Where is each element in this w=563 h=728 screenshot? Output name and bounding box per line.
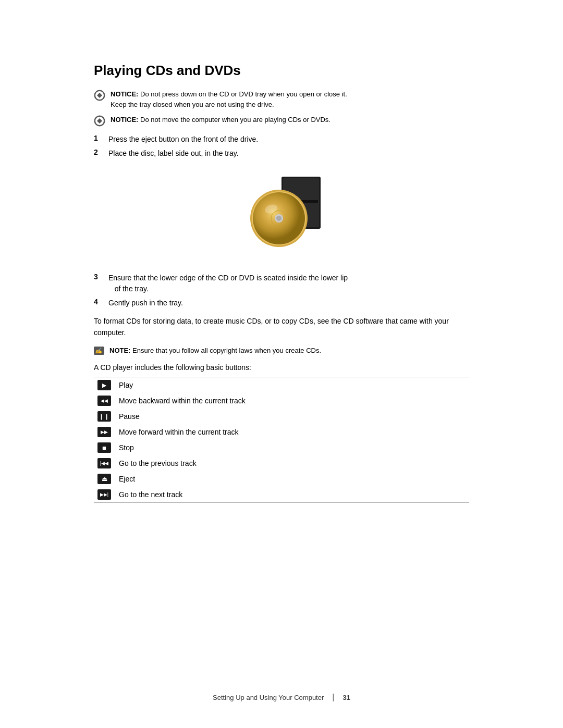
notice-block-2: NOTICE: Do not move the computer when yo… [94, 115, 469, 127]
notice-bold-1: NOTICE: [111, 90, 138, 98]
btn-label-prev: Go to the previous track [117, 455, 469, 471]
btn-icon-cell-stop: ■ [94, 440, 117, 455]
step-item-1: 1 Press the eject button on the front of… [94, 134, 469, 145]
buttons-table-body: ▶ Play ◀◀ Move backward within the curre… [94, 377, 469, 503]
footer-page-number: 31 [342, 694, 350, 701]
rewind-icon: ◀◀ [97, 396, 111, 406]
note-block: ✍ NOTE: Ensure that you follow all copyr… [94, 346, 469, 356]
footer-separator: | [332, 693, 334, 702]
pause-icon: ❙❙ [97, 411, 111, 422]
notice-icon-2 [94, 115, 105, 127]
note-bold: NOTE: [109, 347, 130, 354]
step-item-2: 2 Place the disc, label side out, in the… [94, 148, 469, 159]
btn-label-rewind: Move backward within the current track [117, 393, 469, 409]
btn-icon-cell-pause: ❙❙ [94, 409, 117, 424]
table-row: ▶ Play [94, 377, 469, 393]
step-text-4: Gently push in the tray. [108, 298, 183, 309]
btn-label-stop: Stop [117, 440, 469, 455]
play-icon: ▶ [97, 380, 111, 390]
cd-format-paragraph: To format CDs for storing data, to creat… [94, 316, 469, 338]
btn-label-eject: Eject [117, 471, 469, 487]
step-item-3: 3 Ensure that the lower edge of the CD o… [94, 273, 469, 294]
table-row: |◀◀ Go to the previous track [94, 455, 469, 471]
btn-label-ff: Move forward within the current track [117, 424, 469, 440]
steps-list: 1 Press the eject button on the front of… [94, 134, 469, 159]
btn-icon-cell-play: ▶ [94, 377, 117, 393]
buttons-intro: A CD player includes the following basic… [94, 363, 469, 372]
btn-label-next: Go to the next track [117, 487, 469, 503]
table-row: ❙❙ Pause [94, 409, 469, 424]
table-row: ■ Stop [94, 440, 469, 455]
footer-section: Setting Up and Using Your Computer [213, 694, 324, 701]
btn-icon-cell-rewind: ◀◀ [94, 393, 117, 409]
cd-image-container [94, 171, 469, 260]
cd-dvd-illustration [235, 171, 328, 260]
eject-icon: ⏏ [97, 474, 111, 484]
btn-icon-cell-next: ▶▶| [94, 487, 117, 503]
btn-label-pause: Pause [117, 409, 469, 424]
notice-icon-1 [94, 90, 105, 101]
btn-icon-cell-prev: |◀◀ [94, 455, 117, 471]
svg-point-14 [276, 216, 282, 221]
notice-bold-2: NOTICE: [111, 116, 138, 124]
table-row: ▶▶| Go to the next track [94, 487, 469, 503]
fastforward-icon: ▶▶ [97, 427, 111, 437]
step-num-1: 1 [94, 134, 108, 142]
page-container: Playing CDs and DVDs NOTICE: Do not pres… [0, 0, 563, 728]
step-num-3: 3 [94, 273, 108, 281]
btn-label-play: Play [117, 377, 469, 393]
note-icon: ✍ [94, 347, 105, 356]
previous-track-icon: |◀◀ [97, 458, 111, 468]
table-row: ⏏ Eject [94, 471, 469, 487]
notice-text-1: NOTICE: Do not press down on the CD or D… [111, 89, 347, 109]
step-text-2: Place the disc, label side out, in the t… [108, 148, 239, 159]
notice-text-2: NOTICE: Do not move the computer when yo… [111, 115, 331, 125]
btn-icon-cell-ff: ▶▶ [94, 424, 117, 440]
step-text-3: Ensure that the lower edge of the CD or … [108, 273, 348, 294]
btn-icon-cell-eject: ⏏ [94, 471, 117, 487]
table-row: ▶▶ Move forward within the current track [94, 424, 469, 440]
note-text: NOTE: Ensure that you follow all copyrig… [109, 346, 321, 356]
table-row: ◀◀ Move backward within the current trac… [94, 393, 469, 409]
page-title: Playing CDs and DVDs [94, 63, 469, 79]
step-num-2: 2 [94, 148, 108, 156]
notice-block-1: NOTICE: Do not press down on the CD or D… [94, 89, 469, 109]
next-track-icon: ▶▶| [97, 489, 111, 500]
step-item-4: 4 Gently push in the tray. [94, 298, 469, 309]
step-text-1: Press the eject button on the front of t… [108, 134, 258, 145]
page-footer: Setting Up and Using Your Computer | 31 [0, 693, 563, 702]
stop-icon: ■ [97, 442, 111, 453]
steps-list-2: 3 Ensure that the lower edge of the CD o… [94, 273, 469, 309]
step-num-4: 4 [94, 298, 108, 306]
buttons-table: ▶ Play ◀◀ Move backward within the curre… [94, 377, 469, 503]
